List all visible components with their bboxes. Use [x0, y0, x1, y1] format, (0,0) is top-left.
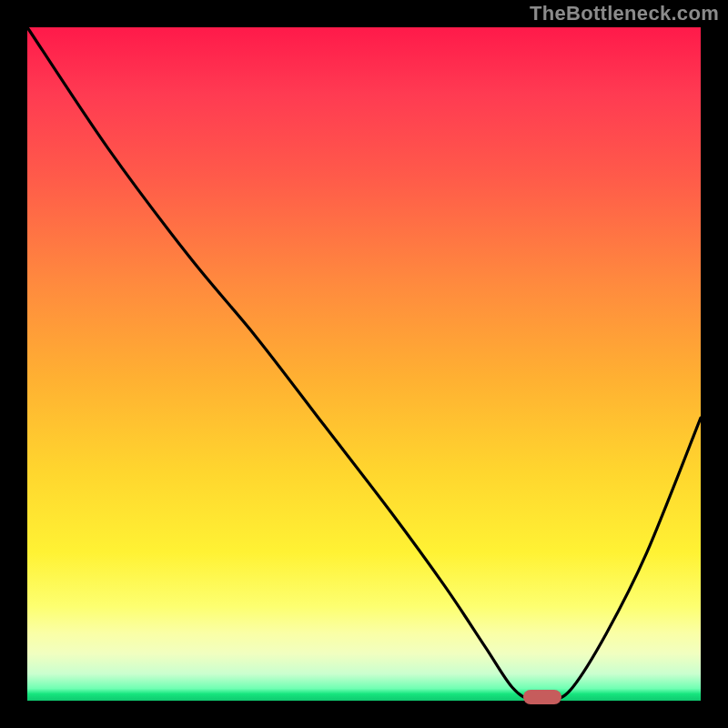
plot-area — [27, 27, 701, 701]
optimum-marker — [523, 690, 561, 704]
watermark-text: TheBottleneck.com — [530, 2, 719, 25]
bottleneck-curve — [27, 27, 701, 701]
chart-frame: TheBottleneck.com — [0, 0, 728, 728]
